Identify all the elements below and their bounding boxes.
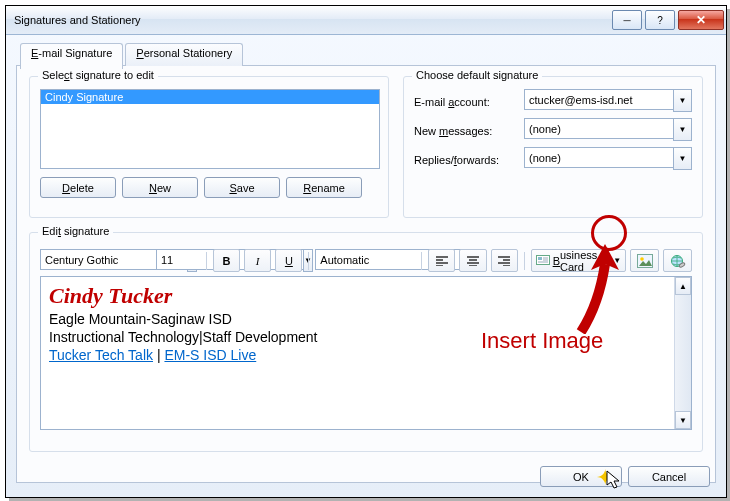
- italic-button[interactable]: I: [244, 249, 271, 272]
- signature-listbox[interactable]: Cindy Signature: [40, 89, 380, 169]
- new-messages-label: New messages:: [414, 122, 524, 137]
- separator: [524, 252, 525, 270]
- align-right-button[interactable]: [491, 249, 518, 272]
- email-account-combo[interactable]: ▼: [524, 89, 692, 112]
- insert-hyperlink-button[interactable]: [663, 249, 692, 272]
- color-combo[interactable]: ▼: [315, 249, 415, 272]
- dropdown-icon[interactable]: ▼: [673, 147, 692, 170]
- svg-point-3: [640, 257, 644, 261]
- delete-button[interactable]: Delete: [40, 177, 116, 198]
- separator: [206, 252, 207, 270]
- replies-combo[interactable]: ▼: [524, 147, 692, 170]
- signature-link[interactable]: EM-S ISD Live: [164, 347, 256, 363]
- rename-button[interactable]: Rename: [286, 177, 362, 198]
- replies-value[interactable]: [524, 147, 673, 168]
- minimize-button[interactable]: ─: [612, 10, 642, 30]
- picture-icon: [637, 254, 653, 268]
- svg-rect-1: [538, 257, 542, 260]
- new-messages-combo[interactable]: ▼: [524, 118, 692, 141]
- titlebar: Signatures and Stationery ─ ? ✕: [6, 6, 726, 35]
- tabstrip: E-mail Signature Personal Stationery: [16, 43, 716, 66]
- new-button[interactable]: New: [122, 177, 198, 198]
- email-account-value[interactable]: [524, 89, 673, 110]
- dropdown-icon[interactable]: ▼: [673, 89, 692, 112]
- scroll-down-icon[interactable]: ▼: [675, 411, 691, 429]
- help-button[interactable]: ?: [645, 10, 675, 30]
- select-signature-group: Select signature to edit Cindy Signature…: [29, 76, 389, 218]
- select-signature-title: Select signature to edit: [38, 69, 158, 81]
- replies-label: Replies/forwards:: [414, 151, 524, 166]
- dialog-window: Signatures and Stationery ─ ? ✕ E-mail S…: [5, 5, 727, 498]
- cursor-icon: [606, 470, 622, 495]
- email-account-label: E-mail account:: [414, 93, 524, 108]
- close-button[interactable]: ✕: [678, 10, 724, 30]
- annotation-text: Insert Image: [481, 328, 603, 354]
- underline-button[interactable]: U: [275, 249, 302, 272]
- signature-list-item[interactable]: Cindy Signature: [41, 90, 379, 104]
- default-signature-group: Choose default signature E-mail account:…: [403, 76, 703, 218]
- align-left-button[interactable]: [428, 249, 455, 272]
- separator: [308, 252, 309, 270]
- dialog-footer: OK Cancel: [540, 466, 710, 487]
- cancel-button[interactable]: Cancel: [628, 466, 710, 487]
- font-combo[interactable]: ▼: [40, 249, 152, 272]
- dropdown-icon[interactable]: ▼: [673, 118, 692, 141]
- tab-personal-stationery[interactable]: Personal Stationery: [125, 43, 243, 68]
- insert-image-button[interactable]: [630, 249, 659, 272]
- edit-signature-title: Edit signature: [38, 225, 113, 237]
- separator: [421, 252, 422, 270]
- size-combo[interactable]: ▼: [156, 249, 200, 272]
- save-button[interactable]: Save: [204, 177, 280, 198]
- globe-link-icon: [670, 254, 686, 268]
- scroll-up-icon[interactable]: ▲: [675, 277, 691, 295]
- align-center-button[interactable]: [459, 249, 486, 272]
- bold-button[interactable]: B: [213, 249, 240, 272]
- window-title: Signatures and Stationery: [14, 14, 141, 26]
- scrollbar[interactable]: ▲ ▼: [674, 277, 691, 429]
- card-icon: [536, 254, 550, 268]
- signature-link[interactable]: Tucker Tech Talk: [49, 347, 153, 363]
- tab-panel: Select signature to edit Cindy Signature…: [16, 66, 716, 483]
- new-messages-value[interactable]: [524, 118, 673, 139]
- tab-email-signature[interactable]: E-mail Signature: [20, 43, 123, 69]
- default-signature-title: Choose default signature: [412, 69, 542, 81]
- annotation-arrow-icon: [563, 244, 623, 334]
